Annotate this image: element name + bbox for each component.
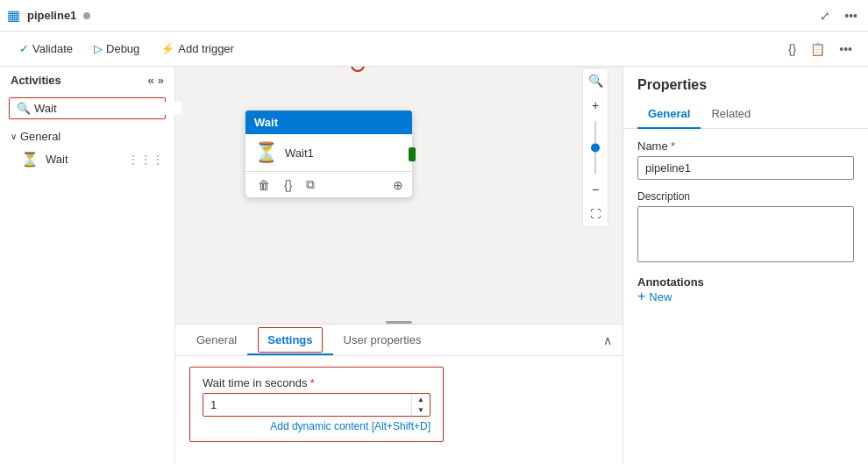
name-field: Name * xyxy=(637,139,854,180)
titlebar-actions: ⤢ ••• xyxy=(816,5,861,26)
canvas-section: Wait ⏳ Wait1 🗑 {} ⧉ ⊕ 🔍 + xyxy=(175,67,623,464)
wait-node-body-icon: ⏳ xyxy=(254,141,278,164)
bottom-panel-tabs: General Settings User properties ∧ xyxy=(175,325,623,356)
wait-activity-icon: ⏳ xyxy=(21,151,39,168)
node-code-button[interactable]: {} xyxy=(281,176,295,194)
name-required-indicator: * xyxy=(671,139,675,153)
pipeline-name: pipeline1 xyxy=(27,9,76,22)
tab-general[interactable]: General xyxy=(186,326,247,355)
wait-time-spinners: ▲ ▼ xyxy=(411,395,430,416)
settings-form-box: Wait time in seconds * ▲ ▼ Add dynamic c… xyxy=(189,367,444,442)
sidebar-item-handle: ⋮⋮⋮ xyxy=(127,153,164,167)
node-copy-button[interactable]: ⧉ xyxy=(302,175,318,194)
sidebar-item-label-wait: Wait xyxy=(46,153,68,166)
validate-button[interactable]: ✓ Validate xyxy=(11,39,82,59)
wait-time-required: * xyxy=(310,376,315,389)
zoom-slider-thumb xyxy=(591,143,600,152)
validate-icon: ✓ xyxy=(19,42,29,55)
sidebar-title: Activities xyxy=(11,74,61,87)
data-flow-button[interactable]: 📋 xyxy=(805,39,830,60)
modified-indicator xyxy=(83,12,90,19)
titlebar: ▦ pipeline1 ⤢ ••• xyxy=(0,0,868,32)
tab-settings[interactable]: Settings xyxy=(247,326,332,355)
properties-panel: Properties General Related Name * Descri… xyxy=(623,67,868,464)
search-input[interactable] xyxy=(34,102,181,115)
wait-node-title: Wait xyxy=(254,116,278,129)
wait-node-footer: 🗑 {} ⧉ ⊕ xyxy=(245,171,412,197)
debug-icon: ▷ xyxy=(94,42,103,55)
node-add-connection-button[interactable]: ⊕ xyxy=(393,178,403,192)
sidebar-collapse-buttons[interactable]: « » xyxy=(148,74,164,87)
zoom-out-button[interactable]: − xyxy=(583,177,608,202)
zoom-slider-track xyxy=(594,121,596,174)
zoom-fit-button[interactable]: ⛶ xyxy=(583,202,608,226)
app-logo: ▦ xyxy=(7,7,20,24)
props-tab-general[interactable]: General xyxy=(637,100,701,129)
wait-node-activity-name: Wait1 xyxy=(285,146,314,160)
add-plus-icon: + xyxy=(637,289,645,304)
add-annotation-button[interactable]: + New xyxy=(637,289,672,304)
validation-error-indicator xyxy=(351,67,365,72)
annotations-section: Annotations + New xyxy=(637,275,854,304)
panel-collapse-button[interactable]: ∧ xyxy=(603,333,612,347)
sidebar-section-label-general: General xyxy=(20,130,60,143)
increment-button[interactable]: ▲ xyxy=(412,395,430,405)
node-delete-button[interactable]: 🗑 xyxy=(254,176,274,194)
wait-node-connection-bar xyxy=(409,147,416,161)
more-options-icon[interactable]: ••• xyxy=(841,5,861,26)
search-icon: 🔍 xyxy=(17,102,31,115)
sidebar-header: Activities « » xyxy=(0,67,174,94)
bottom-panel: General Settings User properties ∧ Wait … xyxy=(175,324,623,464)
description-field: Description xyxy=(637,190,854,265)
wait-node-body: ⏳ Wait1 xyxy=(245,134,412,171)
dynamic-content-link[interactable]: Add dynamic content [Alt+Shift+D] xyxy=(203,420,430,432)
toolbar: ✓ Validate ▷ Debug ⚡ Add trigger {} 📋 ••… xyxy=(0,32,868,67)
fullscreen-icon[interactable]: ⤢ xyxy=(816,5,834,26)
more-toolbar-options[interactable]: ••• xyxy=(834,39,857,60)
name-field-label: Name * xyxy=(637,139,854,153)
description-textarea[interactable] xyxy=(637,206,854,262)
sidebar-section-general[interactable]: ∨ General xyxy=(0,126,174,146)
canvas-area: Wait ⏳ Wait1 🗑 {} ⧉ ⊕ 🔍 + xyxy=(175,67,623,324)
properties-content: Name * Description Annotations + New xyxy=(623,129,868,315)
wait-time-label: Wait time in seconds * xyxy=(203,376,430,389)
debug-button[interactable]: ▷ Debug xyxy=(85,39,148,59)
collapse-right-icon[interactable]: » xyxy=(158,74,164,87)
wait-node[interactable]: Wait ⏳ Wait1 🗑 {} ⧉ ⊕ xyxy=(245,111,412,197)
wait-time-input-wrapper: ▲ ▼ xyxy=(203,393,430,417)
decrement-button[interactable]: ▼ xyxy=(412,405,430,416)
trigger-icon: ⚡ xyxy=(160,42,174,55)
collapse-left-icon[interactable]: « xyxy=(148,74,154,87)
description-field-label: Description xyxy=(637,190,854,203)
tab-user-properties[interactable]: User properties xyxy=(333,326,432,355)
sidebar-item-wait[interactable]: ⏳ Wait ⋮⋮⋮ xyxy=(0,146,174,172)
wait-time-input[interactable] xyxy=(203,394,411,416)
code-view-button[interactable]: {} xyxy=(783,39,801,60)
props-tab-related[interactable]: Related xyxy=(701,100,761,129)
activity-search-box[interactable]: 🔍 xyxy=(9,97,166,119)
properties-title: Properties xyxy=(623,67,868,100)
zoom-in-button[interactable]: + xyxy=(583,93,608,118)
properties-tabs: General Related xyxy=(623,100,868,129)
chevron-down-icon: ∨ xyxy=(11,132,17,141)
zoom-controls: 🔍 + − ⛶ xyxy=(582,68,608,227)
annotations-label: Annotations xyxy=(637,275,854,289)
bottom-panel-content: Wait time in seconds * ▲ ▼ Add dynamic c… xyxy=(175,356,623,453)
wait-node-header: Wait xyxy=(245,111,412,134)
toolbar-right-actions: {} 📋 ••• xyxy=(783,39,857,60)
add-trigger-button[interactable]: ⚡ Add trigger xyxy=(152,39,243,59)
zoom-search-button[interactable]: 🔍 xyxy=(583,68,608,93)
name-input[interactable] xyxy=(637,156,854,180)
add-new-label: New xyxy=(649,290,672,303)
sidebar: Activities « » 🔍 ∨ General ⏳ Wait ⋮⋮⋮ xyxy=(0,67,175,464)
canvas-resize-handle[interactable] xyxy=(386,321,412,324)
main-layout: Activities « » 🔍 ∨ General ⏳ Wait ⋮⋮⋮ Wa… xyxy=(0,67,868,464)
